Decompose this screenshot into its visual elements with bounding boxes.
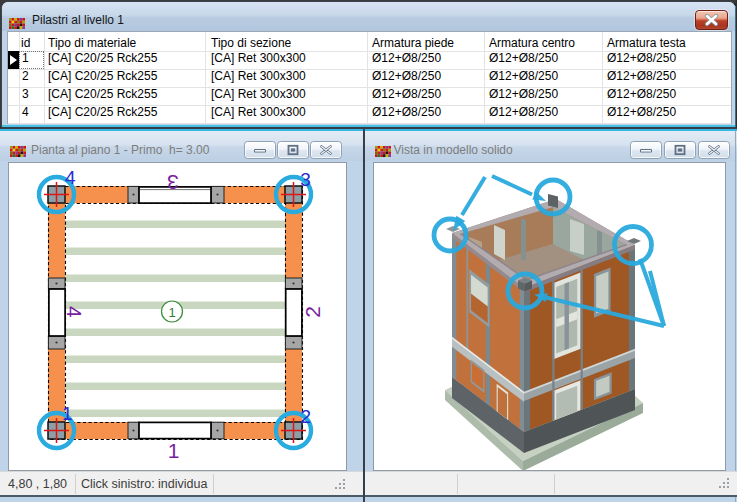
svg-text:2: 2 xyxy=(301,406,312,427)
svg-text:4: 4 xyxy=(65,167,76,188)
svg-text:4: 4 xyxy=(63,306,86,318)
svg-text:3: 3 xyxy=(167,171,179,194)
svg-text:1: 1 xyxy=(168,439,180,462)
svg-text:2: 2 xyxy=(301,306,324,318)
svg-text:3: 3 xyxy=(300,169,311,190)
svg-text:1: 1 xyxy=(168,305,175,320)
svg-text:1: 1 xyxy=(62,403,73,424)
